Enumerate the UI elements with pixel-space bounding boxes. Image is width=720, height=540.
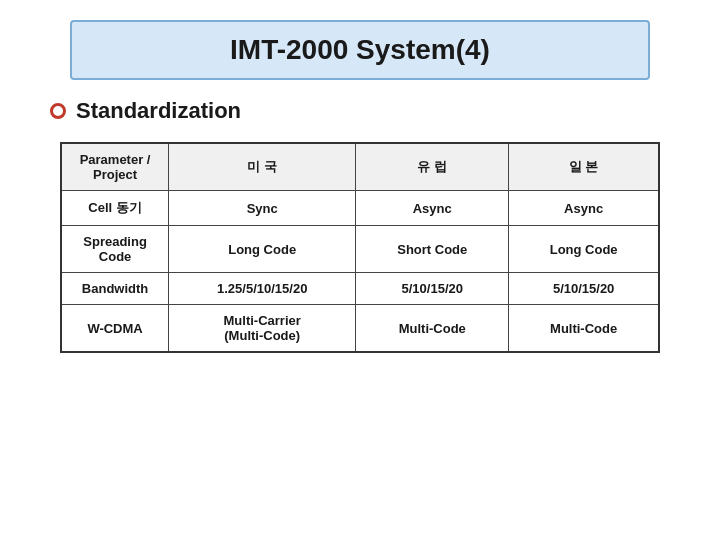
col-header-param: Parameter /Project [61,143,169,191]
section-header: Standardization [50,98,680,124]
cell-europe-3: 5/10/15/20 [356,273,509,305]
title-box: IMT-2000 System(4) [70,20,650,80]
table-container: Parameter /Project 미 국 유 럽 일 본 Cell 동기 S… [60,142,660,353]
col-header-europe: 유 럽 [356,143,509,191]
cell-param-2: Spreading Code [61,226,169,273]
cell-europe-2: Short Code [356,226,509,273]
table-row: W-CDMA Multi-Carrier(Multi-Code) Multi-C… [61,305,659,353]
cell-usa-4: Multi-Carrier(Multi-Code) [169,305,356,353]
col-header-usa: 미 국 [169,143,356,191]
table-row: Spreading Code Long Code Short Code Long… [61,226,659,273]
cell-europe-4: Multi-Code [356,305,509,353]
cell-japan-2: Long Code [509,226,659,273]
page: IMT-2000 System(4) Standardization Param… [0,0,720,540]
section-title: Standardization [76,98,241,124]
col-header-japan: 일 본 [509,143,659,191]
table-row: Bandwidth 1.25/5/10/15/20 5/10/15/20 5/1… [61,273,659,305]
cell-param-3: Bandwidth [61,273,169,305]
cell-europe-1: Async [356,191,509,226]
cell-param-4: W-CDMA [61,305,169,353]
table-header-row: Parameter /Project 미 국 유 럽 일 본 [61,143,659,191]
bullet-icon [50,103,66,119]
cell-usa-3: 1.25/5/10/15/20 [169,273,356,305]
cell-usa-2: Long Code [169,226,356,273]
cell-japan-4: Multi-Code [509,305,659,353]
cell-japan-3: 5/10/15/20 [509,273,659,305]
table-row: Cell 동기 Sync Async Async [61,191,659,226]
cell-usa-1: Sync [169,191,356,226]
page-title: IMT-2000 System(4) [230,34,490,65]
standardization-table: Parameter /Project 미 국 유 럽 일 본 Cell 동기 S… [60,142,660,353]
cell-japan-1: Async [509,191,659,226]
cell-param-1: Cell 동기 [61,191,169,226]
